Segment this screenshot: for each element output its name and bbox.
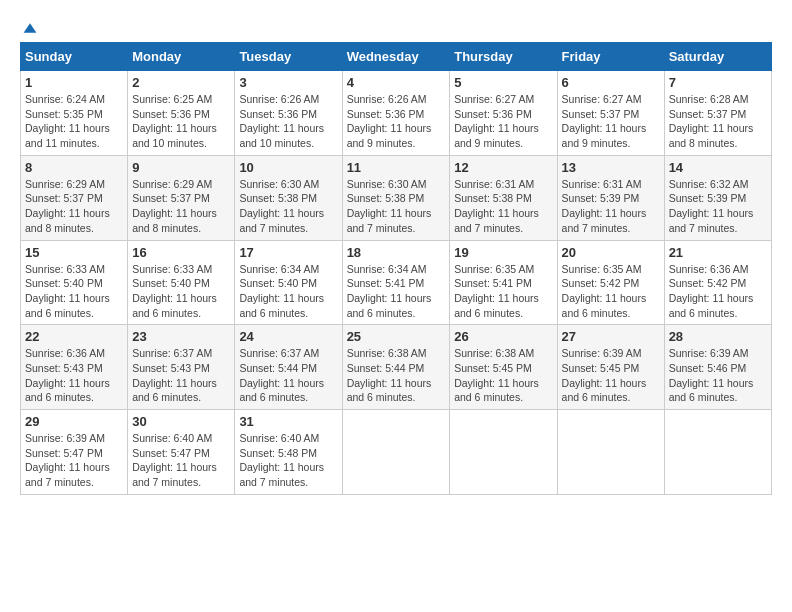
day-number: 3 [239, 75, 337, 90]
day-number: 25 [347, 329, 446, 344]
calendar-cell: 1 Sunrise: 6:24 AMSunset: 5:35 PMDayligh… [21, 71, 128, 156]
calendar-cell: 5 Sunrise: 6:27 AMSunset: 5:36 PMDayligh… [450, 71, 557, 156]
day-info: Sunrise: 6:27 AMSunset: 5:36 PMDaylight:… [454, 92, 552, 151]
day-info: Sunrise: 6:32 AMSunset: 5:39 PMDaylight:… [669, 177, 767, 236]
calendar-header-monday: Monday [128, 43, 235, 71]
calendar-cell: 11 Sunrise: 6:30 AMSunset: 5:38 PMDaylig… [342, 155, 450, 240]
day-number: 17 [239, 245, 337, 260]
calendar-cell: 21 Sunrise: 6:36 AMSunset: 5:42 PMDaylig… [664, 240, 771, 325]
day-number: 15 [25, 245, 123, 260]
day-info: Sunrise: 6:37 AMSunset: 5:44 PMDaylight:… [239, 346, 337, 405]
calendar-cell [342, 410, 450, 495]
day-info: Sunrise: 6:35 AMSunset: 5:41 PMDaylight:… [454, 262, 552, 321]
day-info: Sunrise: 6:31 AMSunset: 5:39 PMDaylight:… [562, 177, 660, 236]
day-info: Sunrise: 6:30 AMSunset: 5:38 PMDaylight:… [347, 177, 446, 236]
day-number: 24 [239, 329, 337, 344]
calendar-cell: 6 Sunrise: 6:27 AMSunset: 5:37 PMDayligh… [557, 71, 664, 156]
calendar-cell: 22 Sunrise: 6:36 AMSunset: 5:43 PMDaylig… [21, 325, 128, 410]
day-info: Sunrise: 6:36 AMSunset: 5:43 PMDaylight:… [25, 346, 123, 405]
day-info: Sunrise: 6:39 AMSunset: 5:46 PMDaylight:… [669, 346, 767, 405]
day-info: Sunrise: 6:26 AMSunset: 5:36 PMDaylight:… [347, 92, 446, 151]
calendar-cell: 31 Sunrise: 6:40 AMSunset: 5:48 PMDaylig… [235, 410, 342, 495]
calendar-cell: 3 Sunrise: 6:26 AMSunset: 5:36 PMDayligh… [235, 71, 342, 156]
day-info: Sunrise: 6:38 AMSunset: 5:45 PMDaylight:… [454, 346, 552, 405]
day-info: Sunrise: 6:33 AMSunset: 5:40 PMDaylight:… [132, 262, 230, 321]
calendar-week-row: 15 Sunrise: 6:33 AMSunset: 5:40 PMDaylig… [21, 240, 772, 325]
calendar-header-friday: Friday [557, 43, 664, 71]
calendar-cell: 12 Sunrise: 6:31 AMSunset: 5:38 PMDaylig… [450, 155, 557, 240]
calendar-cell: 10 Sunrise: 6:30 AMSunset: 5:38 PMDaylig… [235, 155, 342, 240]
day-info: Sunrise: 6:28 AMSunset: 5:37 PMDaylight:… [669, 92, 767, 151]
day-number: 23 [132, 329, 230, 344]
day-info: Sunrise: 6:40 AMSunset: 5:47 PMDaylight:… [132, 431, 230, 490]
day-number: 30 [132, 414, 230, 429]
day-number: 1 [25, 75, 123, 90]
calendar-cell [450, 410, 557, 495]
calendar-header: SundayMondayTuesdayWednesdayThursdayFrid… [21, 43, 772, 71]
calendar-cell: 29 Sunrise: 6:39 AMSunset: 5:47 PMDaylig… [21, 410, 128, 495]
calendar-cell: 8 Sunrise: 6:29 AMSunset: 5:37 PMDayligh… [21, 155, 128, 240]
calendar-week-row: 29 Sunrise: 6:39 AMSunset: 5:47 PMDaylig… [21, 410, 772, 495]
day-number: 11 [347, 160, 446, 175]
calendar-cell [664, 410, 771, 495]
day-info: Sunrise: 6:33 AMSunset: 5:40 PMDaylight:… [25, 262, 123, 321]
day-info: Sunrise: 6:38 AMSunset: 5:44 PMDaylight:… [347, 346, 446, 405]
day-info: Sunrise: 6:39 AMSunset: 5:45 PMDaylight:… [562, 346, 660, 405]
calendar-week-row: 1 Sunrise: 6:24 AMSunset: 5:35 PMDayligh… [21, 71, 772, 156]
day-number: 16 [132, 245, 230, 260]
calendar-cell [557, 410, 664, 495]
calendar-cell: 7 Sunrise: 6:28 AMSunset: 5:37 PMDayligh… [664, 71, 771, 156]
day-info: Sunrise: 6:37 AMSunset: 5:43 PMDaylight:… [132, 346, 230, 405]
day-number: 26 [454, 329, 552, 344]
day-info: Sunrise: 6:25 AMSunset: 5:36 PMDaylight:… [132, 92, 230, 151]
day-number: 4 [347, 75, 446, 90]
day-number: 18 [347, 245, 446, 260]
day-number: 6 [562, 75, 660, 90]
page-header [20, 20, 772, 32]
calendar-header-tuesday: Tuesday [235, 43, 342, 71]
calendar-cell: 19 Sunrise: 6:35 AMSunset: 5:41 PMDaylig… [450, 240, 557, 325]
calendar-header-saturday: Saturday [664, 43, 771, 71]
calendar-cell: 28 Sunrise: 6:39 AMSunset: 5:46 PMDaylig… [664, 325, 771, 410]
day-info: Sunrise: 6:34 AMSunset: 5:40 PMDaylight:… [239, 262, 337, 321]
day-number: 22 [25, 329, 123, 344]
day-number: 20 [562, 245, 660, 260]
day-number: 27 [562, 329, 660, 344]
calendar-cell: 30 Sunrise: 6:40 AMSunset: 5:47 PMDaylig… [128, 410, 235, 495]
day-info: Sunrise: 6:29 AMSunset: 5:37 PMDaylight:… [25, 177, 123, 236]
day-number: 31 [239, 414, 337, 429]
day-number: 7 [669, 75, 767, 90]
calendar-cell: 16 Sunrise: 6:33 AMSunset: 5:40 PMDaylig… [128, 240, 235, 325]
day-number: 29 [25, 414, 123, 429]
calendar-header-wednesday: Wednesday [342, 43, 450, 71]
calendar-cell: 25 Sunrise: 6:38 AMSunset: 5:44 PMDaylig… [342, 325, 450, 410]
calendar-cell: 26 Sunrise: 6:38 AMSunset: 5:45 PMDaylig… [450, 325, 557, 410]
calendar-header-thursday: Thursday [450, 43, 557, 71]
calendar-header-sunday: Sunday [21, 43, 128, 71]
day-info: Sunrise: 6:39 AMSunset: 5:47 PMDaylight:… [25, 431, 123, 490]
svg-marker-0 [24, 23, 37, 33]
calendar-cell: 4 Sunrise: 6:26 AMSunset: 5:36 PMDayligh… [342, 71, 450, 156]
calendar-week-row: 22 Sunrise: 6:36 AMSunset: 5:43 PMDaylig… [21, 325, 772, 410]
day-number: 21 [669, 245, 767, 260]
day-number: 12 [454, 160, 552, 175]
day-info: Sunrise: 6:35 AMSunset: 5:42 PMDaylight:… [562, 262, 660, 321]
day-info: Sunrise: 6:40 AMSunset: 5:48 PMDaylight:… [239, 431, 337, 490]
day-number: 10 [239, 160, 337, 175]
calendar-cell: 17 Sunrise: 6:34 AMSunset: 5:40 PMDaylig… [235, 240, 342, 325]
day-info: Sunrise: 6:26 AMSunset: 5:36 PMDaylight:… [239, 92, 337, 151]
calendar-cell: 18 Sunrise: 6:34 AMSunset: 5:41 PMDaylig… [342, 240, 450, 325]
day-number: 9 [132, 160, 230, 175]
calendar-cell: 13 Sunrise: 6:31 AMSunset: 5:39 PMDaylig… [557, 155, 664, 240]
calendar-cell: 23 Sunrise: 6:37 AMSunset: 5:43 PMDaylig… [128, 325, 235, 410]
day-number: 8 [25, 160, 123, 175]
day-info: Sunrise: 6:31 AMSunset: 5:38 PMDaylight:… [454, 177, 552, 236]
day-number: 19 [454, 245, 552, 260]
day-info: Sunrise: 6:36 AMSunset: 5:42 PMDaylight:… [669, 262, 767, 321]
day-number: 28 [669, 329, 767, 344]
calendar-cell: 24 Sunrise: 6:37 AMSunset: 5:44 PMDaylig… [235, 325, 342, 410]
day-number: 2 [132, 75, 230, 90]
calendar-cell: 2 Sunrise: 6:25 AMSunset: 5:36 PMDayligh… [128, 71, 235, 156]
day-info: Sunrise: 6:27 AMSunset: 5:37 PMDaylight:… [562, 92, 660, 151]
day-info: Sunrise: 6:29 AMSunset: 5:37 PMDaylight:… [132, 177, 230, 236]
